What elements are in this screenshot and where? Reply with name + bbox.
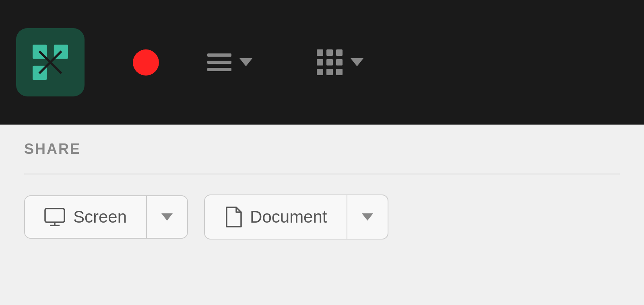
app-logo [16, 28, 85, 96]
document-button-group: Document [204, 194, 388, 239]
share-buttons: Screen Document [24, 194, 620, 239]
record-button[interactable] [133, 49, 159, 76]
screen-dropdown-button[interactable] [146, 196, 187, 238]
screen-button-label: Screen [73, 207, 127, 227]
menu-chevron-icon[interactable] [239, 58, 252, 66]
toolbar [0, 0, 644, 125]
apps-chevron-icon[interactable] [351, 58, 363, 66]
apps-group [317, 49, 363, 75]
monitor-icon [44, 208, 65, 226]
svg-rect-6 [45, 209, 64, 222]
document-dropdown-button[interactable] [347, 195, 388, 239]
share-label: SHARE [24, 141, 620, 158]
screen-button-group: Screen [24, 195, 188, 239]
document-icon [224, 207, 242, 227]
screen-button[interactable]: Screen [25, 196, 146, 238]
grid-apps-icon[interactable] [317, 49, 343, 75]
share-divider [24, 174, 620, 174]
document-button-label: Document [250, 207, 327, 227]
document-chevron-icon [362, 213, 373, 221]
share-panel: SHARE Screen [0, 125, 644, 305]
screen-chevron-icon [161, 213, 173, 221]
hamburger-menu-icon[interactable] [207, 53, 231, 71]
app-logo-icon [28, 40, 72, 84]
menu-group [207, 53, 252, 71]
document-button[interactable]: Document [205, 195, 346, 239]
